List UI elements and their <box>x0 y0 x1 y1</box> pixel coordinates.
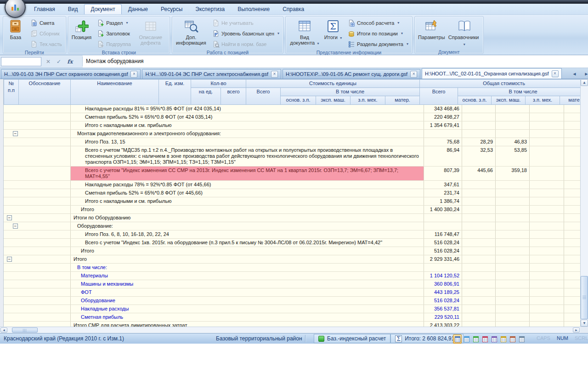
collapse-icon[interactable]: − <box>7 257 12 262</box>
row-name-cell[interactable]: Всего с учетом "Индекс изменения СС СМР … <box>71 167 424 180</box>
row-name-cell[interactable]: Итого с накладными и см. прибылью <box>71 197 424 205</box>
table-row[interactable]: Итого516 028,24 <box>4 247 588 255</box>
collapse-icon[interactable]: − <box>13 131 18 136</box>
row-name-cell[interactable]: Всего с учетом "Индекс 1кв. 2015г. на об… <box>71 239 424 247</box>
table-row[interactable]: Оборудование516 028,24 <box>4 297 588 305</box>
row-value-cell[interactable]: 359,18 <box>496 167 530 180</box>
collapse-icon[interactable]: − <box>7 215 12 220</box>
table-row[interactable]: Всего с учетом "МДС35 пр.1 т.2 п.4._Прои… <box>4 146 588 167</box>
row-value-cell[interactable]: 516 028,24 <box>424 239 462 247</box>
table-row[interactable]: Материалы1 104 120,52 <box>4 272 588 280</box>
row-name-cell[interactable]: Монтаж радиотелевизионного и электронног… <box>71 130 424 138</box>
table-row[interactable]: −Итого2 929 331,46 <box>4 255 588 264</box>
row-value-cell[interactable] <box>496 121 530 129</box>
table-row[interactable]: Накладные расходы 78% = 92%*0.85 ФОТ (от… <box>4 181 588 189</box>
row-name-cell[interactable]: Машины и механизмы <box>71 280 424 288</box>
table-row[interactable]: Итого Поз. 6, 8, 10, 16-18, 20, 22, 2411… <box>4 230 588 239</box>
row-value-cell[interactable] <box>496 322 530 327</box>
row-value-cell[interactable] <box>496 305 530 313</box>
row-value-cell[interactable] <box>462 255 496 263</box>
menu-tab-6[interactable]: Экспертиза <box>189 4 231 14</box>
row-value-cell[interactable] <box>462 197 496 205</box>
row-name-cell[interactable]: Оборудование <box>71 297 424 305</box>
row-name-cell[interactable]: Итого <box>71 247 424 255</box>
row-value-cell[interactable] <box>462 189 496 197</box>
scroll-up-icon[interactable]: ▲ <box>581 79 588 86</box>
row-value-cell[interactable] <box>496 113 530 121</box>
row-value-cell[interactable]: 116 748,47 <box>424 230 462 238</box>
row-name-cell[interactable]: ФОТ <box>71 288 424 296</box>
row-value-cell[interactable]: 86,94 <box>424 146 462 166</box>
scroll-right-icon[interactable]: ► <box>584 71 588 76</box>
row-value-cell[interactable] <box>530 230 564 238</box>
row-value-cell[interactable] <box>424 264 462 271</box>
row-value-cell[interactable]: 2 929 331,46 <box>424 255 462 263</box>
cancel-icon[interactable]: ✕ <box>46 58 51 65</box>
table-row[interactable]: Машины и механизмы360 806,91 <box>4 280 588 288</box>
row-value-cell[interactable] <box>530 167 564 180</box>
formula-input[interactable]: Монтаж оборудования <box>83 55 588 68</box>
close-tab-icon[interactable]: × <box>410 71 417 78</box>
close-tab-icon[interactable]: × <box>271 71 278 78</box>
menu-tab-4[interactable]: Данные <box>122 4 154 14</box>
row-value-cell[interactable] <box>462 239 496 247</box>
row-name-cell[interactable]: В том числе: <box>71 264 424 271</box>
row-value-cell[interactable]: 28,29 <box>462 138 496 146</box>
ribbon-button-4-4[interactable]: Итоги по позиции▾ <box>345 28 411 39</box>
row-value-cell[interactable] <box>530 255 564 263</box>
table-row[interactable]: В том числе: <box>4 264 588 272</box>
row-value-cell[interactable] <box>462 297 496 305</box>
ribbon-button-4-1[interactable]: Вид документа ▾ <box>287 17 322 48</box>
function-icon[interactable]: fx <box>67 58 73 65</box>
row-name-cell[interactable]: Итого <box>71 255 424 263</box>
row-value-cell[interactable] <box>530 189 564 197</box>
row-value-cell[interactable] <box>530 264 564 271</box>
row-value-cell[interactable] <box>530 105 564 113</box>
table-row[interactable]: Сметная прибыль229 520,11 <box>4 313 588 322</box>
view-mode-icon-2[interactable] <box>462 334 471 344</box>
row-value-cell[interactable] <box>530 288 564 296</box>
horizontal-scrollbar[interactable]: ◄ ► <box>0 327 588 333</box>
row-value-cell[interactable] <box>530 130 564 138</box>
row-value-cell[interactable] <box>462 313 496 321</box>
row-value-cell[interactable] <box>496 214 530 222</box>
row-value-cell[interactable] <box>530 206 564 213</box>
row-value-cell[interactable] <box>530 146 564 166</box>
view-mode-icon-4[interactable] <box>481 334 489 344</box>
ribbon-button-5-2[interactable]: Справочники ▾ <box>447 17 482 49</box>
row-value-cell[interactable] <box>530 113 564 121</box>
view-mode-icon-3[interactable] <box>471 334 480 344</box>
row-value-cell[interactable] <box>530 297 564 305</box>
view-mode-icon-6[interactable] <box>499 334 508 344</box>
scroll-down-icon[interactable]: ▼ <box>581 320 588 327</box>
document-tab-3[interactable]: Н:\НООТЕХ\Р...\09-01-05 АС ремонт сущ. д… <box>283 69 420 79</box>
table-row[interactable]: Всего с учетом "Индекс 1кв. 2015г. на об… <box>4 239 588 247</box>
row-value-cell[interactable] <box>496 130 530 138</box>
menu-tab-1[interactable]: Главная <box>28 4 62 14</box>
row-value-cell[interactable]: 807,39 <box>424 167 462 180</box>
row-name-cell[interactable]: Итого Поз. 6, 8, 10, 16-18, 20, 22, 24 <box>71 230 424 238</box>
table-row[interactable]: Итого с накладными и см. прибылью1 386,7… <box>4 197 588 206</box>
horizontal-scrollbar-thumb[interactable] <box>12 328 38 333</box>
table-row[interactable]: Всего с учетом "Индекс изменения СС СМР … <box>4 167 588 181</box>
row-value-cell[interactable] <box>530 305 564 313</box>
row-value-cell[interactable] <box>496 272 530 280</box>
row-value-cell[interactable] <box>462 272 496 280</box>
row-value-cell[interactable]: 360 806,91 <box>424 280 462 288</box>
menu-tab-3[interactable]: Документ <box>84 4 121 14</box>
row-name-cell[interactable]: Итого <box>71 206 424 213</box>
row-name-cell[interactable]: Накладные расходы 78% = 92%*0.85 ФОТ (от… <box>71 181 424 189</box>
row-value-cell[interactable] <box>462 305 496 313</box>
row-value-cell[interactable] <box>462 247 496 255</box>
table-row[interactable]: ФОТ443 189,25 <box>4 288 588 297</box>
ribbon-button-2-1[interactable]: Позиция <box>70 17 94 41</box>
row-name-cell[interactable]: Итого Поз. 13, 15 <box>71 138 424 146</box>
row-value-cell[interactable] <box>496 313 530 321</box>
row-value-cell[interactable] <box>530 239 564 247</box>
menu-tab-8[interactable]: Справка <box>276 4 311 14</box>
table-row[interactable]: −Монтаж радиотелевизионного и электронно… <box>4 130 588 138</box>
row-value-cell[interactable] <box>496 264 530 271</box>
row-name-cell[interactable]: Сметная прибыль 52% = 65%*0.8 ФОТ (от 42… <box>71 113 424 121</box>
row-value-cell[interactable] <box>462 280 496 288</box>
row-value-cell[interactable] <box>530 247 564 255</box>
